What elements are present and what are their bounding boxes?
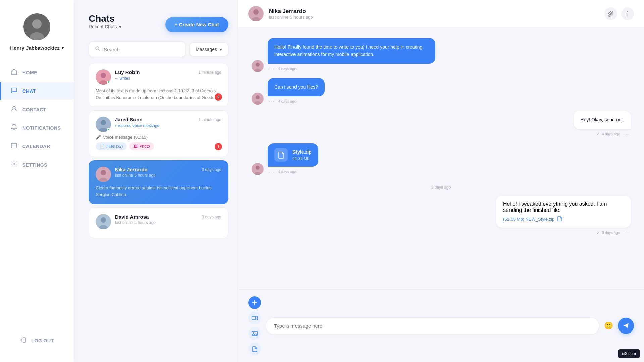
photo-icon: 🖼 xyxy=(133,144,138,149)
search-input[interactable] xyxy=(104,47,179,52)
chevron-down-icon: ▾ xyxy=(119,24,121,29)
day-divider: 3 days ago xyxy=(252,185,631,190)
message-row: Hello! Finally found the time to write t… xyxy=(252,38,631,72)
svg-point-9 xyxy=(101,73,106,78)
online-indicator xyxy=(107,128,110,131)
sidebar-item-notifications[interactable]: NOTIFICATIONS xyxy=(0,119,74,136)
chat-item-david[interactable]: David Amrosa 3 days ago last online 5 ho… xyxy=(89,207,228,238)
chat-avatar-luy xyxy=(96,69,111,85)
logout-icon xyxy=(20,337,26,344)
message-row: Style.zip 41.36 Mb ··· 4 days ago xyxy=(252,143,631,175)
message-row: Hello! I tweaked everything you asked. I… xyxy=(252,196,631,236)
file-message-bubble: Style.zip 41.36 Mb xyxy=(268,143,318,167)
file-icon xyxy=(274,148,288,162)
svg-point-36 xyxy=(253,333,254,334)
attach-button[interactable] xyxy=(604,7,617,20)
send-button[interactable] xyxy=(618,318,634,334)
create-chat-button[interactable]: + Create New Chat xyxy=(165,17,228,32)
sent-file-bubble: Hello! I tweaked everything you asked. I… xyxy=(496,196,631,228)
message-options-button[interactable]: ··· xyxy=(268,98,276,105)
emoji-button[interactable]: 🙂 xyxy=(604,321,613,330)
messages-filter-dropdown[interactable]: Messages ▾ xyxy=(189,42,228,56)
unread-badge: 2 xyxy=(215,93,222,101)
image-button[interactable] xyxy=(248,327,261,340)
message-row: Can i send you files? ··· 4 days ago xyxy=(252,78,631,105)
chat-item-luy[interactable]: Luy Robin 1 minute ago ··· writes Most o… xyxy=(89,63,228,107)
chat-header-avatar xyxy=(248,6,264,21)
svg-rect-3 xyxy=(11,71,17,75)
file-button[interactable] xyxy=(248,343,261,355)
svg-point-15 xyxy=(101,170,106,175)
message-bubble: Hello! Finally found the time to write t… xyxy=(268,38,435,64)
voice-message: 🎤 Voice message (01:15) xyxy=(96,135,221,140)
avatar xyxy=(23,13,50,40)
bell-icon xyxy=(10,124,18,132)
files-chip[interactable]: 📄 Files (x2) xyxy=(96,142,127,150)
sidebar-nav: HOME CHAT CONTACT NOTIFICATIONS CALENDAR xyxy=(0,64,74,332)
message-options-button[interactable]: ··· xyxy=(622,131,631,137)
message-options-button[interactable]: ··· xyxy=(622,229,631,236)
chat-avatar-jared xyxy=(96,117,111,132)
file-icon xyxy=(557,216,562,222)
more-options-button[interactable]: ⋮ xyxy=(621,7,634,20)
msg-avatar xyxy=(252,163,264,175)
chat-contact-status: last online 5 hours ago xyxy=(269,15,599,20)
message-bubble: Can i send you files? xyxy=(268,78,325,96)
username[interactable]: Henry Jabbawockiez ▾ xyxy=(10,45,64,51)
chat-header: Nika Jerrardo last online 5 hours ago ⋮ xyxy=(238,0,644,28)
read-check-icon: ✓ xyxy=(596,230,600,235)
add-attachment-button[interactable] xyxy=(248,296,261,309)
svg-point-30 xyxy=(256,166,260,170)
contact-icon xyxy=(10,105,18,114)
photo-chip[interactable]: 🖼 Photo xyxy=(129,142,154,150)
svg-point-6 xyxy=(13,163,15,165)
file-icon: 📄 xyxy=(100,144,105,149)
sidebar-item-home[interactable]: HOME xyxy=(0,64,74,81)
msg-avatar xyxy=(252,93,264,105)
chevron-down-icon: ▾ xyxy=(62,46,64,50)
calendar-icon xyxy=(10,142,18,150)
msg-avatar xyxy=(252,60,264,72)
message-input[interactable] xyxy=(266,317,599,335)
search-box xyxy=(89,42,186,57)
chat-item-jared[interactable]: Jared Sunn 1 minute ago ● records voice … xyxy=(89,110,228,157)
chat-header-actions: ⋮ xyxy=(604,7,634,20)
sidebar-item-calendar[interactable]: CALENDAR xyxy=(0,138,74,155)
recent-chats-label[interactable]: Recent Chats ▾ xyxy=(89,24,121,29)
sidebar-item-settings[interactable]: SETTINGS xyxy=(0,156,74,173)
svg-rect-5 xyxy=(11,143,17,148)
file-attach-name: (52.05 Mb) NEW_Style.zip xyxy=(503,217,554,222)
chats-title: Chats xyxy=(89,13,121,24)
svg-point-21 xyxy=(253,9,259,15)
video-button[interactable] xyxy=(248,312,261,324)
svg-point-1 xyxy=(32,19,42,29)
input-action-buttons xyxy=(248,296,261,355)
svg-point-18 xyxy=(101,217,106,223)
chat-list: Luy Robin 1 minute ago ··· writes Most o… xyxy=(89,63,228,362)
svg-point-4 xyxy=(13,106,15,109)
chat-list-panel: Chats Recent Chats ▾ + Create New Chat M… xyxy=(74,0,238,362)
search-filter-row: Messages ▾ xyxy=(89,42,228,57)
sidebar: Henry Jabbawockiez ▾ HOME CHAT CONTACT xyxy=(0,0,74,362)
more-icon: ⋮ xyxy=(625,10,631,17)
chat-avatar-david xyxy=(96,214,111,229)
chat-list-header: Chats Recent Chats ▾ + Create New Chat xyxy=(89,13,228,36)
chat-attachments: 📄 Files (x2) 🖼 Photo xyxy=(96,142,221,150)
sidebar-item-contact[interactable]: CONTACT xyxy=(0,101,74,118)
search-icon xyxy=(95,46,100,53)
svg-point-24 xyxy=(256,63,260,67)
sidebar-item-chat[interactable]: CHAT xyxy=(0,82,74,100)
logout-button[interactable]: LOG OUT xyxy=(10,332,63,349)
online-indicator xyxy=(107,81,110,84)
chat-input-area: 🙂 xyxy=(238,289,644,362)
messages-area: Hello! Finally found the time to write t… xyxy=(238,28,644,289)
message-options-button[interactable]: ··· xyxy=(268,65,276,72)
unread-badge: 1 xyxy=(215,143,222,150)
chat-item-nika[interactable]: Nika Jerrardo 3 days ago last online 5 h… xyxy=(89,160,228,204)
svg-point-27 xyxy=(256,95,260,99)
message-row: Hey! Okay, send out. ··· 4 days ago ✓ xyxy=(252,111,631,137)
message-options-button[interactable]: ··· xyxy=(268,168,276,175)
svg-rect-34 xyxy=(252,316,256,320)
chevron-down-icon: ▾ xyxy=(220,47,222,52)
microphone-icon: 🎤 xyxy=(96,135,101,140)
